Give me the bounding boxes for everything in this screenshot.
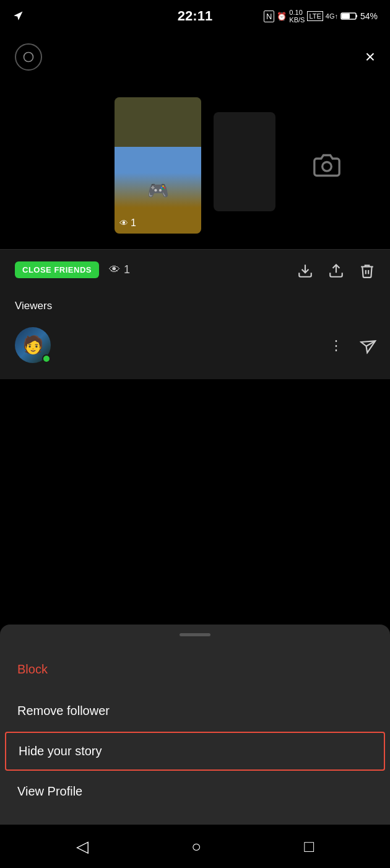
nav-bar: ◁ ○ □ (0, 825, 390, 868)
story-view-count: 1 (131, 217, 136, 229)
camera-icon (313, 152, 340, 179)
svg-rect-3 (342, 14, 350, 19)
back-button[interactable]: ◁ (76, 837, 89, 856)
hide-story-menu-item[interactable]: Hide your story (5, 732, 385, 771)
home-button[interactable]: ○ (191, 837, 201, 856)
send-message-button[interactable] (357, 335, 377, 356)
status-bar: 22:11 N ⏰ 0.10KB/S LTE 4G↑ 54% (0, 0, 390, 32)
story-thumb-top (115, 97, 201, 147)
viewers-label: Viewers (15, 300, 375, 312)
story-thumbnail-active[interactable]: 🎮 👁 1 (115, 97, 201, 234)
send-icon-svg (357, 336, 377, 356)
battery-percent: 54% (360, 11, 378, 21)
online-indicator (42, 354, 51, 363)
svg-point-4 (24, 53, 33, 62)
camera-section (214, 112, 275, 219)
share-button[interactable] (328, 261, 344, 279)
download-button[interactable] (297, 261, 313, 279)
close-friends-badge: CLOSE FRIENDS (15, 261, 99, 278)
svg-rect-2 (356, 15, 357, 17)
signal-text: 0.10KB/S (289, 9, 305, 24)
top-controls: × (0, 32, 390, 82)
delete-icon (359, 263, 375, 279)
remove-follower-menu-item[interactable]: Remove follower (0, 690, 390, 732)
share-icon (328, 263, 344, 279)
block-menu-item[interactable]: Block (0, 649, 390, 690)
recent-button[interactable]: □ (304, 837, 314, 856)
empty-space (0, 379, 390, 565)
story-thumb-dark (214, 112, 275, 211)
status-right-icons: N ⏰ 0.10KB/S LTE 4G↑ 54% (264, 9, 378, 24)
info-bar: CLOSE FRIENDS 👁 1 (0, 249, 390, 290)
eye-icon-story: 👁 (119, 218, 128, 228)
camera-button-area[interactable] (313, 152, 340, 179)
story-thumb-footer: 👁 1 (119, 217, 136, 229)
download-icon (297, 263, 313, 279)
view-profile-menu-item[interactable]: View Profile (0, 771, 390, 812)
bottom-sheet: Block Remove follower Hide your story Vi… (0, 625, 390, 825)
viewer-actions: ⋮ (329, 337, 375, 354)
viewer-avatar-wrap: 🧑 (15, 327, 52, 364)
handle-bar (180, 633, 210, 636)
status-time: 22:11 (178, 8, 212, 24)
story-preview: 🎮 👁 1 (0, 82, 390, 249)
view-count-number: 1 (124, 263, 130, 276)
viewer-row: 🧑 ⋮ (15, 322, 375, 369)
nfc-icon: N (264, 11, 274, 22)
more-options-button[interactable]: ⋮ (329, 338, 344, 354)
lte-icon: LTE (307, 11, 323, 21)
svg-marker-0 (14, 12, 22, 20)
view-count: 👁 1 (109, 263, 130, 276)
sheet-handle (0, 625, 390, 649)
circle-inner-icon (22, 51, 35, 63)
navigation-icon (12, 11, 24, 22)
svg-point-5 (323, 162, 332, 172)
circle-button[interactable] (15, 43, 42, 71)
viewers-section: Viewers 🧑 ⋮ (0, 290, 390, 379)
status-left-icons (12, 11, 24, 22)
info-actions (297, 261, 375, 279)
network-icon: 4G↑ (326, 12, 338, 20)
close-button[interactable]: × (365, 47, 375, 67)
delete-button[interactable] (359, 261, 375, 279)
eye-icon-bar: 👁 (109, 263, 120, 276)
alarm-icon: ⏰ (277, 12, 287, 21)
battery-icon (340, 12, 358, 20)
